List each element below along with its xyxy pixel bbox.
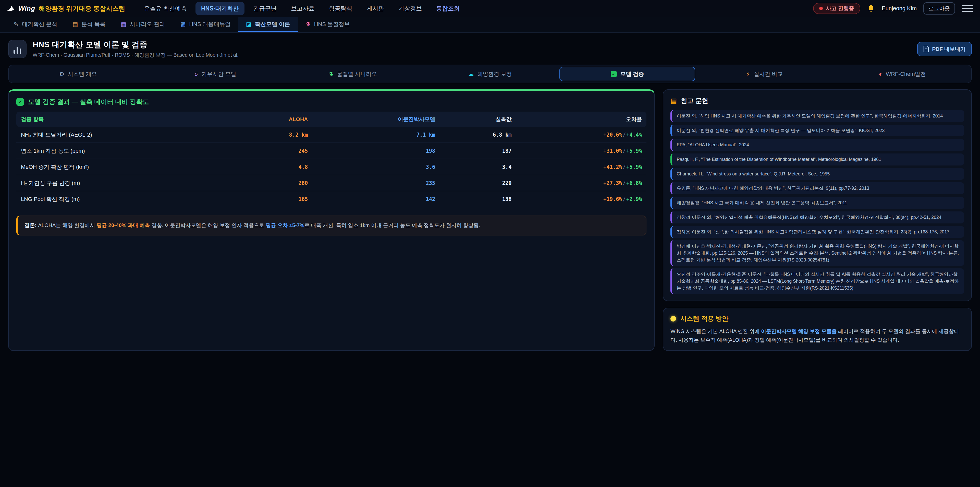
subtab-hns-response-manual[interactable]: ▨ HNS 대응매뉴얼 [172, 18, 238, 32]
table-row: MeOH 증기 확산 면적 (km²) 4.8 3.6 3.4 +41.2%/+… [16, 159, 646, 175]
references-title: ▤ 참고 문헌 [670, 97, 964, 105]
table-row: H₂ 가연성 구름 반경 (m) 280 235 220 +27.3%/+6.8… [16, 175, 646, 191]
user-name: Eunjeong Kim [882, 5, 917, 12]
error-rate: +41.2%/+5.9% [516, 159, 647, 175]
section-tab-bar: ⚙ 시스템 개요 σ 가우시안 모델 ⚗ 물질별 시나리오 ☁ 해양환경 보정 … [8, 65, 972, 83]
page-header: HNS 대기확산 모델 이론 및 검증 WRF-Chem · Gaussian … [0, 33, 980, 64]
nav-item-oil-spill[interactable]: 유출유 확산예측 [138, 2, 192, 15]
metric-name: LNG Pool 확산 직경 (m) [16, 191, 235, 207]
reference-item: 이문진 외, "해양 HNS 사고 시 대기확산 예측을 위한 가우시안 모델의… [670, 110, 964, 122]
reference-item: 박경애·이진호·박재진·김태성·김태현·이문진, "인공위성 원격탐사 기반 A… [670, 240, 964, 266]
validation-card-title: ✓ 모델 검증 결과 — 실측 데이터 대비 정확도 [16, 97, 646, 106]
books-icon: ▤ [670, 97, 677, 105]
nav-item-board[interactable]: 게시판 [361, 2, 390, 15]
flask-icon: ⚗ [328, 71, 333, 77]
incident-badge-label: 사고 진행중 [826, 5, 854, 12]
page-subtitle: WRF-Chem · Gaussian Plume/Puff · ROMS · … [33, 51, 239, 59]
notebook-icon: ▤ [73, 21, 78, 27]
metric-name: 염소 1km 지점 농도 (ppm) [16, 143, 235, 159]
app-title: 해양환경 위기대응 통합시스템 [39, 4, 125, 13]
model-value: 7.1 km [312, 127, 440, 143]
pencil-icon: ✎ [14, 21, 18, 27]
topnav-right: 사고 진행중 Eunjeong Kim 로그아웃 [813, 2, 973, 14]
section-tab-marine-correction[interactable]: ☁ 해양환경 보정 [422, 67, 558, 81]
application-text: WING 시스템은 기본 ALOHA 엔진 위에 이문진박사모델 해양 보정 모… [670, 327, 964, 344]
application-card: 시스템 적용 방안 WING 시스템은 기본 ALOHA 엔진 위에 이문진박사… [663, 308, 972, 351]
menu-hamburger-icon[interactable] [962, 4, 973, 13]
references-card: ▤ 참고 문헌 이문진 외, "해양 HNS 사고 시 대기확산 예측을 위한 … [663, 89, 972, 301]
validation-card: ✓ 모델 검증 결과 — 실측 데이터 대비 정확도 검증 항목 ALOHA 이… [8, 89, 655, 351]
column-header-item: 검증 항목 [16, 112, 235, 127]
application-title: 시스템 적용 방안 [670, 315, 964, 323]
reference-item: 오진석·김주영·이득재·김용현·최준·이문진, "다항목 HNS 데이터의 실시… [670, 268, 964, 294]
lightning-icon: ⚡ [746, 71, 750, 77]
metric-name: MeOH 증기 확산 면적 (km²) [16, 159, 235, 175]
top-navbar: Wing 해양환경 위기대응 통합시스템 유출유 확산예측 HNS·대기확산 긴… [0, 0, 980, 18]
chart-bars-icon [8, 40, 27, 58]
wing-logo-icon [7, 5, 15, 11]
rocket-icon: ➤ [877, 70, 884, 78]
table-header-row: 검증 항목 ALOHA 이문진박사모델 실측값 오차율 [16, 112, 646, 127]
incident-status-badge: 사고 진행중 [813, 3, 860, 14]
nav-item-integrated-search[interactable]: 통합조회 [431, 2, 465, 15]
measured-value: 220 [440, 175, 516, 191]
chart-icon: ◪ [246, 21, 251, 27]
aloha-value: 280 [235, 175, 312, 191]
check-icon: ✓ [611, 71, 617, 77]
reference-item: 해양경찰청, "HNS 사고 국가 대비 대응 체제 선진화 방안 연구용역 최… [670, 197, 964, 209]
error-rate: +27.3%/+6.8% [516, 175, 647, 191]
section-tab-system-overview[interactable]: ⚙ 시스템 개요 [10, 67, 146, 81]
subtab-analysis-list[interactable]: ▤ 분석 목록 [65, 18, 113, 32]
reference-item: 이문진 외, "친환경 선박연료 해양 유출 시 대기확산 특성 연구 — 암모… [670, 125, 964, 137]
error-rate: +20.6%/+4.4% [516, 127, 647, 143]
subtab-hns-substance-info[interactable]: ⚗ HNS 물질정보 [298, 18, 358, 32]
page-title: HNS 대기확산 모델 이론 및 검증 [33, 39, 239, 50]
reference-item: 유명돈, "HNS 재난사고에 대한 해양경찰의 대응 방안", 한국위기관리논… [670, 182, 964, 194]
sigma-icon: σ [195, 71, 198, 77]
nav-item-reports[interactable]: 보고자료 [285, 2, 320, 15]
lightbulb-icon [670, 316, 676, 321]
column-header-measured: 실측값 [440, 112, 516, 127]
metric-name: NH₃ 최대 도달거리 (AEGL-2) [16, 127, 235, 143]
error-rate: +19.6%/+2.9% [516, 191, 647, 207]
alert-dot-icon [819, 6, 823, 10]
table-row: NH₃ 최대 도달거리 (AEGL-2) 8.2 km 7.1 km 6.8 k… [16, 127, 646, 143]
column-header-model: 이문진박사모델 [312, 112, 440, 127]
subtab-dispersion-analysis[interactable]: ✎ 대기확산 분석 [6, 18, 65, 32]
table-row: LNG Pool 확산 직경 (m) 165 142 138 +19.6%/+2… [16, 191, 646, 207]
aloha-value: 245 [235, 143, 312, 159]
flask-icon: ⚗ [305, 21, 310, 27]
nav-item-weather[interactable]: 기상정보 [393, 2, 428, 15]
app-root: Wing 해양환경 위기대응 통합시스템 유출유 확산예측 HNS·대기확산 긴… [0, 0, 980, 351]
subtab-scenario-management[interactable]: ▦ 시나리오 관리 [113, 18, 172, 32]
clipboard-icon: ▦ [121, 21, 126, 27]
section-tab-realtime-comparison[interactable]: ⚡ 실시간 비교 [697, 67, 832, 81]
section-tab-wrf-chem[interactable]: ➤ WRF-Chem발전 [834, 67, 970, 81]
brand: Wing 해양환경 위기대응 통합시스템 [7, 4, 125, 13]
nav-item-aerial-search[interactable]: 항공탐색 [323, 2, 358, 15]
section-tab-gaussian-model[interactable]: σ 가우시안 모델 [148, 67, 283, 81]
reference-item: Pasquill, F., "The Estimation of the Dis… [670, 153, 964, 166]
aloha-value: 165 [235, 191, 312, 207]
model-value: 3.6 [312, 159, 440, 175]
app-logo-text: Wing [18, 5, 35, 13]
document-icon [923, 46, 929, 52]
measured-value: 3.4 [440, 159, 516, 175]
section-tab-substance-scenarios[interactable]: ⚗ 물질별 시나리오 [285, 67, 421, 81]
subtab-dispersion-model-theory[interactable]: ◪ 확산모델 이론 [239, 18, 298, 32]
reference-list: 이문진 외, "해양 HNS 사고 시 대기확산 예측을 위한 가우시안 모델의… [670, 110, 964, 294]
nav-item-hns-dispersion[interactable]: HNS·대기확산 [196, 2, 245, 15]
reference-item: 김창겸·이문진 외, "해양산업시설 배출 위험유해물질(HNS)의 해양확산 … [670, 211, 964, 224]
pdf-export-button[interactable]: PDF 내보내기 [917, 42, 972, 56]
right-column: ▤ 참고 문헌 이문진 외, "해양 HNS 사고 시 대기확산 예측을 위한 … [663, 89, 972, 351]
measured-value: 138 [440, 191, 516, 207]
section-tab-model-validation[interactable]: ✓ 모델 검증 [559, 67, 695, 81]
nav-item-rescue[interactable]: 긴급구난 [248, 2, 282, 15]
notification-bell-icon[interactable] [867, 4, 875, 13]
reference-item: EPA, "ALOHA User's Manual", 2024 [670, 139, 964, 151]
check-icon: ✓ [16, 98, 24, 106]
logout-button[interactable]: 로그아웃 [923, 2, 955, 14]
measured-value: 187 [440, 143, 516, 159]
metric-name: H₂ 가연성 구름 반경 (m) [16, 175, 235, 191]
conclusion-note: 결론: ALOHA는 해양 환경에서 평균 20-40% 과대 예측 경향. 이… [16, 216, 646, 235]
